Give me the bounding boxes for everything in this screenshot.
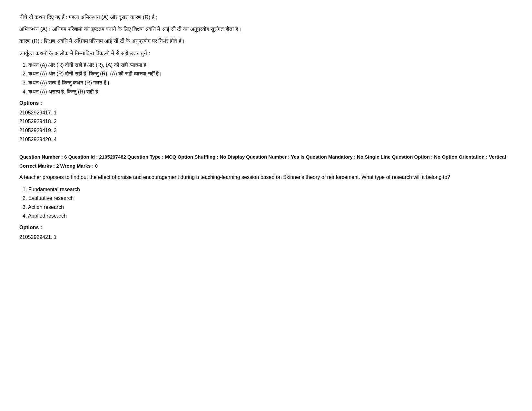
q5-choice-3: 3. कथन (A) सत्य है किन्तु कथन (R) गलत है… bbox=[23, 79, 513, 87]
q5-choice-4: 4. कथन (A) असत्य है, किन्तु (R) सही है। bbox=[23, 88, 513, 96]
q6-meta: Question Number : 6 Question Id : 210529… bbox=[19, 153, 513, 161]
question5-section: नीचे दो कथन दिए गए हैं : पहला अभिकथन (A)… bbox=[19, 13, 513, 143]
q5-assertion: अभिकथन (A) : अधिगम परिणामों को इष्टतम बन… bbox=[19, 25, 513, 34]
q5-reason: कारण (R) : शिक्षण अवधि में अधिगम परिणाम … bbox=[19, 37, 513, 45]
q5-option-ids: 21052929417. 1 21052929418. 2 2105292941… bbox=[19, 109, 513, 143]
q6-question-text: A teacher proposes to find out the effec… bbox=[19, 173, 513, 181]
q6-choice-4: 4. Applied research bbox=[23, 212, 513, 220]
q5-options-label: Options : bbox=[19, 99, 513, 107]
question6-section: Question Number : 6 Question Id : 210529… bbox=[19, 153, 513, 241]
q6-choice-3: 3. Action research bbox=[23, 203, 513, 211]
q5-instruction: उपर्युक्त कथनों के आलोक में निम्नांकित व… bbox=[19, 49, 513, 58]
q6-option-ids: 21052929421. 1 bbox=[19, 233, 513, 241]
q6-choice-1: 1. Fundamental research bbox=[23, 185, 513, 194]
q5-choice-1: 1. कथन (A) और (R) दोनों सही हैं और (R), … bbox=[23, 61, 513, 69]
q5-choice-2: 2. कथन (A) और (R) दोनों सही हैं, किन्तु … bbox=[23, 70, 513, 78]
q6-choice-2: 2. Evaluative research bbox=[23, 194, 513, 202]
q5-intro: नीचे दो कथन दिए गए हैं : पहला अभिकथन (A)… bbox=[19, 13, 513, 22]
q5-choices: 1. कथन (A) और (R) दोनों सही हैं और (R), … bbox=[23, 61, 513, 96]
q6-choices: 1. Fundamental research 2. Evaluative re… bbox=[23, 185, 513, 220]
q6-options-label: Options : bbox=[19, 223, 513, 232]
q6-marks: Correct Marks : 2 Wrong Marks : 0 bbox=[19, 162, 513, 170]
